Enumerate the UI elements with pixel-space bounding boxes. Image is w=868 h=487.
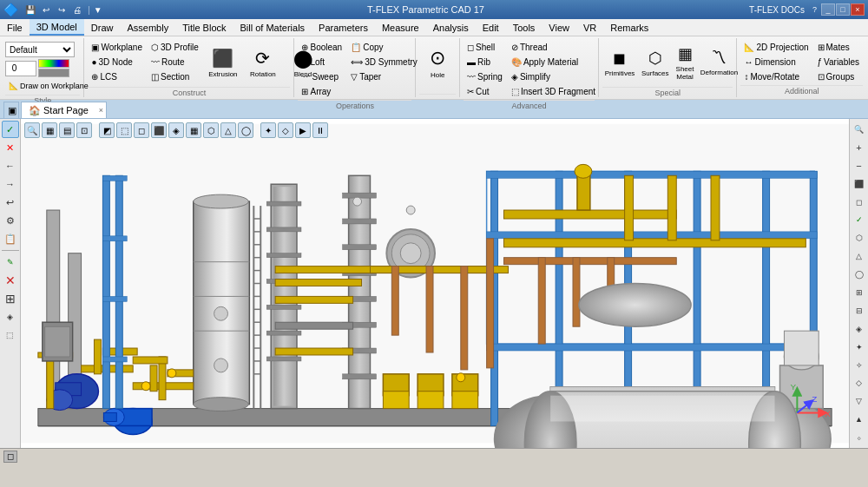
route-btn[interactable]: 〰 Route [148,55,202,69]
copy-lt-btn[interactable]: 📋 [2,230,19,247]
boolean-btn[interactable]: ⊕ Boolean [298,40,345,54]
menu-edit[interactable]: Edit [476,19,506,36]
loft-btn[interactable]: △ Loft [298,55,345,69]
menu-titleblock[interactable]: Title Block [175,19,233,36]
menu-remarks[interactable]: Remarks [603,19,655,36]
rt-btn-1[interactable]: 🔍 [851,121,868,138]
settings-btn[interactable]: ⚙ [2,212,19,229]
moverotate-btn[interactable]: ↕ Move/Rotate [740,69,812,83]
simplify-btn[interactable]: ◈ Simplify [508,69,599,83]
minimize-btn[interactable]: _ [821,3,835,16]
vp-btn-5[interactable]: ◩ [99,122,115,138]
copy-btn[interactable]: 📋 Copy [347,40,421,54]
menu-view[interactable]: View [542,19,576,36]
vp-btn-17[interactable]: ⏸ [312,122,328,138]
vp-btn-10[interactable]: ▦ [186,122,201,138]
insert3d-btn[interactable]: ⬚ Insert 3D Fragment [508,84,599,98]
rib-btn[interactable]: ▬ Rib [464,55,506,69]
deformation-btn[interactable]: 〽 Deformation [698,40,740,85]
help-icon[interactable]: ? [812,5,817,14]
extrusion-btn[interactable]: ⬛ Extrusion [204,40,242,85]
menu-measure[interactable]: Measure [375,19,426,36]
vp-btn-12[interactable]: △ [220,122,236,138]
tab-close-btn[interactable]: × [99,106,103,115]
taper-ops-btn[interactable]: ▽ Taper [347,69,421,83]
primitives-btn[interactable]: ◼ Primitives [602,40,637,85]
add-btn[interactable]: ⊞ [2,290,19,307]
rt-btn-16[interactable]: ▽ [851,392,868,410]
feature-btn[interactable]: ◈ [2,308,19,326]
rt-btn-11[interactable]: ⊟ [851,302,868,319]
print-qa-btn[interactable]: 🖨 [70,3,84,16]
status-pane-btn[interactable]: ◻ [3,451,17,463]
dropdown-arrow[interactable]: ▼ [94,5,102,15]
undo-qa-btn[interactable]: ↩ [39,3,53,16]
3dprofile-btn[interactable]: ⬡ 3D Profile [148,40,202,54]
rt-btn-2[interactable]: + [851,139,868,156]
vp-btn-4[interactable]: ⊡ [76,122,92,138]
rt-btn-8[interactable]: △ [851,247,868,265]
workplane-btn[interactable]: ▣ Workplane [88,40,146,54]
draw-on-workplane-btn[interactable]: 📐 Draw on Workplane [5,79,92,93]
sheetmetal-btn[interactable]: ▦ Sheet Metal [674,40,697,85]
forward-btn[interactable]: → [2,175,19,193]
rt-btn-17[interactable]: ▲ [851,411,868,428]
applymaterial-btn[interactable]: 🎨 Apply Material [508,55,599,69]
edit-btn[interactable]: ✎ [2,253,19,271]
vp-btn-3[interactable]: ▤ [59,122,75,138]
rt-btn-3[interactable]: − [851,157,868,174]
section-btn[interactable]: ◫ Section [148,69,202,83]
vp-btn-16[interactable]: ▶ [295,122,311,138]
surfaces-btn[interactable]: ⬡ Surfaces [639,40,672,85]
menu-draw[interactable]: Draw [84,19,121,36]
lcs-btn[interactable]: ⊕ LCS [88,69,146,83]
3dnode-btn[interactable]: ● 3D Node [88,55,146,69]
vp-btn-2[interactable]: ▦ [42,122,57,138]
cancel-btn[interactable]: ✕ [2,139,19,156]
dimension-btn[interactable]: ↔ Dimension [740,55,812,69]
rt-btn-9[interactable]: ◯ [851,266,868,283]
menu-file[interactable]: File [0,19,30,36]
rt-btn-6[interactable]: ✓ [851,211,868,228]
vp-btn-6[interactable]: ⬚ [116,122,132,138]
color-swatch-2[interactable] [38,69,69,77]
color-swatch-1[interactable] [38,59,69,68]
vp-btn-1[interactable]: 🔍 [24,122,40,138]
spring-btn[interactable]: 〰 Spring [464,69,506,83]
rt-btn-13[interactable]: ✦ [851,339,868,356]
vp-btn-13[interactable]: ◯ [238,122,253,138]
hole-btn[interactable]: ⊙ Hole [419,40,456,85]
2dprojection-btn[interactable]: 📐 2D Projection [740,40,812,54]
cut-btn[interactable]: ✂ Cut [464,84,506,98]
rotation-btn[interactable]: ⟳ Rotation [244,40,282,85]
3dsymmetry-btn[interactable]: ⟺ 3D Symmetry [347,55,421,69]
menu-bom[interactable]: Bill of Materials [233,19,312,36]
menu-parameters[interactable]: Parameters [312,19,375,36]
save-qa-btn[interactable]: 💾 [23,3,37,16]
delete-btn[interactable]: ✕ [2,272,19,289]
rt-btn-14[interactable]: ✧ [851,357,868,374]
rt-btn-7[interactable]: ⬡ [851,229,868,247]
shell-btn[interactable]: ◻ Shell [464,40,506,54]
rt-btn-12[interactable]: ◈ [851,320,868,338]
vp-btn-8[interactable]: ⬛ [151,122,167,138]
mates-btn[interactable]: ⊞ Mates [814,40,864,54]
groups-btn[interactable]: ⊡ Groups [814,69,864,83]
menu-analysis[interactable]: Analysis [426,19,476,36]
maximize-btn[interactable]: □ [836,3,850,16]
rt-btn-4[interactable]: ⬛ [851,175,868,193]
array-btn[interactable]: ⊞ Array [298,84,345,98]
confirm-btn[interactable]: ✓ [2,121,19,138]
menu-vr[interactable]: VR [576,19,603,36]
thread-btn[interactable]: ⊘ Thread [508,40,599,54]
vp-btn-15[interactable]: ◇ [278,122,293,138]
window-controls[interactable]: T-FLEX DOCs ? _ □ × [749,3,865,16]
redo-qa-btn[interactable]: ↪ [55,3,69,16]
vp-btn-7[interactable]: ◻ [134,122,149,138]
rt-btn-18[interactable]: ⬦ [851,429,868,446]
menu-tools[interactable]: Tools [506,19,542,36]
vp-btn-11[interactable]: ⬡ [203,122,219,138]
rt-btn-15[interactable]: ◇ [851,374,868,392]
menu-assembly[interactable]: Assembly [120,19,175,36]
menu-3dmodel[interactable]: 3D Model [30,19,84,36]
